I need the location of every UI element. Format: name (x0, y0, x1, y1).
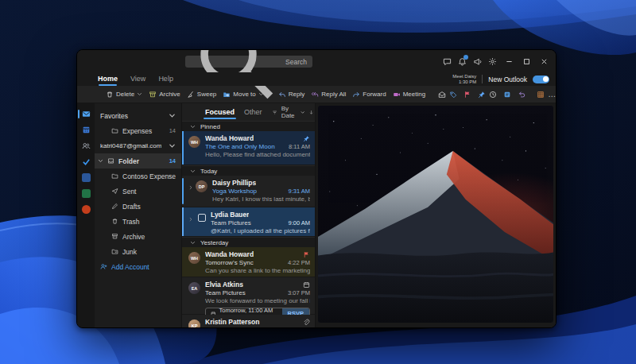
email-row-wanda-pinned[interactable]: WH Wanda Howard The One and Only Moon8:1… (182, 131, 315, 165)
trash-icon (106, 91, 114, 99)
folder-trash[interactable]: Trash (95, 214, 181, 229)
search-input[interactable]: Search (185, 56, 312, 68)
word-icon (82, 173, 91, 182)
snooze-button[interactable] (489, 91, 497, 99)
avatar: WH (188, 252, 200, 264)
tag-icon (449, 91, 457, 99)
tab-view[interactable]: View (130, 72, 145, 86)
subject: Team Pictures (205, 289, 246, 296)
undo-button[interactable] (518, 91, 525, 99)
section-yesterday[interactable]: Yesterday (182, 237, 315, 247)
email-photo-attachment[interactable] (318, 106, 553, 323)
sort-by-date-button[interactable]: By Date (281, 105, 305, 119)
tab-other[interactable]: Other (244, 103, 262, 121)
rail-calendar[interactable] (77, 126, 95, 134)
thread-expand-chevron[interactable] (188, 179, 193, 204)
notifications-button[interactable] (455, 52, 470, 70)
select-checkbox[interactable] (198, 214, 206, 222)
pin-icon (303, 135, 310, 142)
minimize-button[interactable] (500, 52, 518, 71)
rail-people[interactable] (77, 141, 95, 150)
folder-junk[interactable]: Junk (95, 244, 181, 259)
archive-icon (149, 91, 157, 99)
thread-expand-chevron[interactable] (188, 211, 193, 234)
maximize-button[interactable] (518, 52, 535, 71)
maximize-icon (523, 58, 530, 65)
forward-button[interactable]: Forward (351, 91, 387, 99)
rail-powerpoint[interactable] (77, 205, 95, 214)
subject: Team Pictures (211, 219, 251, 227)
content-area: Favorites Expenses 14 katri0487@gmail.co… (77, 103, 556, 327)
unread-count: 14 (169, 157, 176, 165)
chevron-down-icon (137, 91, 142, 97)
preview-text: @Katri, I uploaded all the pictures from (211, 227, 310, 234)
outlook-window: Search Home View Help Meet Daisy 1:30 PM (76, 49, 556, 328)
favorites-header[interactable]: Favorites (95, 108, 181, 123)
folder-drafts[interactable]: Drafts (95, 199, 181, 214)
rail-mail[interactable] (77, 110, 95, 118)
rail-selection-indicator (78, 110, 80, 118)
notification-badge (463, 55, 468, 60)
flag-icon[interactable] (303, 251, 310, 258)
tab-focused[interactable]: Focused (205, 103, 235, 121)
folder-archive[interactable]: Archive (95, 229, 181, 244)
table-grid-icon (537, 91, 545, 99)
folder-sent[interactable]: Sent (95, 184, 181, 199)
email-row-lydia-selected[interactable]: Lydia Bauer Team Pictures9:00 AM @Katri,… (182, 207, 315, 237)
delete-button[interactable]: Delete (104, 91, 144, 99)
email-row-kristin[interactable]: KP Kristin Patterson (182, 315, 315, 327)
section-today[interactable]: Today (182, 165, 315, 176)
tab-home[interactable]: Home (98, 72, 118, 86)
email-row-elvia[interactable]: EA Elvia Atkins Team Pictures3:07 PM We … (182, 277, 315, 315)
forward-icon (352, 91, 360, 99)
search-placeholder: Search (285, 58, 307, 66)
reply-all-button[interactable]: Reply All (309, 91, 347, 99)
archive-button[interactable]: Archive (147, 91, 182, 99)
todo-check-icon (82, 157, 91, 166)
video-camera-icon (393, 91, 401, 99)
sort-direction-icon[interactable] (308, 109, 314, 116)
folder-inbox-selected[interactable]: Folder 14 (95, 153, 181, 168)
people-icon (82, 141, 91, 150)
more-options-button[interactable]: … (548, 90, 556, 99)
section-pinned[interactable]: Pinned (182, 121, 315, 131)
rail-word[interactable] (77, 173, 95, 182)
pin-button[interactable] (478, 91, 486, 99)
new-outlook-toggle[interactable] (533, 76, 549, 83)
flag-icon (463, 91, 471, 99)
close-button[interactable] (535, 52, 553, 71)
categorize-button[interactable] (449, 91, 457, 99)
feedback-button[interactable] (440, 52, 455, 70)
chevron-down-icon (169, 142, 176, 149)
powerpoint-icon (82, 205, 91, 214)
rules-button[interactable] (503, 91, 511, 99)
whats-new-button[interactable] (470, 52, 485, 70)
chevron-down-icon (301, 110, 304, 115)
mail-icon (82, 110, 91, 118)
email-row-wanda-flagged[interactable]: WH Wanda Howard Tomorrow's Sync4:22 PM C… (182, 247, 315, 277)
meeting-button[interactable]: Meeting (391, 91, 427, 99)
account-header[interactable]: katri0487@gmail.com (95, 138, 181, 153)
flag-button[interactable] (463, 91, 471, 99)
folder-icon (111, 172, 118, 180)
paperclip-icon (303, 319, 310, 326)
settings-button[interactable] (485, 52, 500, 70)
meet-now-status[interactable]: Meet Daisy 1:30 PM (452, 74, 476, 85)
megaphone-icon (473, 57, 482, 66)
rail-excel[interactable] (77, 189, 95, 198)
table-button[interactable] (537, 91, 545, 99)
avatar: KP (188, 319, 200, 327)
rail-todo[interactable] (77, 157, 95, 166)
send-icon (111, 188, 118, 195)
read-unread-button[interactable] (438, 91, 446, 99)
preview-text: Can you share a link to the marketing do (205, 267, 310, 274)
close-icon (541, 58, 548, 65)
tab-help[interactable]: Help (158, 72, 173, 86)
add-account-button[interactable]: Add Account (95, 259, 181, 274)
calendar-icon (303, 281, 310, 288)
email-row-daisy[interactable]: DP Daisy Phillips Yoga Workshop9:31 AM H… (182, 176, 315, 207)
folder-expenses[interactable]: Expenses 14 (95, 123, 181, 138)
preview-text: We look forwawrd to meeting our fall int (205, 297, 310, 304)
folder-contoso-expenses[interactable]: Contoso Expenses (95, 168, 181, 184)
ribbon-tabs: Home View Help Meet Daisy 1:30 PM New Ou… (77, 72, 556, 86)
